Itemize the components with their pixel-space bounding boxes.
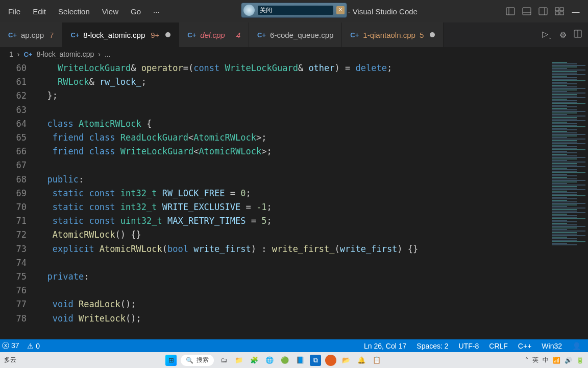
line-number: 65: [0, 131, 27, 145]
code-line[interactable]: static const uint32_t MAX_RETRY_TIMES = …: [37, 214, 550, 228]
cursor-position[interactable]: Ln 26, Col 17: [364, 342, 406, 350]
code-line[interactable]: explicit AtomicRWLock(bool write_first) …: [37, 242, 550, 256]
search-input[interactable]: 🔍 搜索: [181, 355, 214, 366]
code-line[interactable]: RWLock& rw_lock_;: [37, 75, 550, 89]
speech-widget[interactable]: 关闭 ×: [241, 3, 347, 18]
tab-lock-atomic[interactable]: C+ 8-lock_atomic.cpp 9+: [62, 22, 179, 47]
vscode-icon[interactable]: ⧉: [310, 355, 321, 366]
run-icon[interactable]: ▷⌄: [542, 29, 552, 40]
line-number: 68: [0, 173, 27, 187]
task-view-icon[interactable]: 🗂: [218, 355, 229, 366]
svg-rect-0: [506, 8, 514, 15]
language-mode[interactable]: C++: [518, 342, 531, 350]
code-line[interactable]: static const int32_t RW_LOCK_FREE = 0;: [37, 187, 550, 200]
notif-icon[interactable]: 🔔: [356, 355, 367, 366]
menu-view[interactable]: View: [96, 7, 125, 16]
code-line[interactable]: friend class WriteLockGuard<AtomicRWLock…: [37, 145, 550, 158]
minimap[interactable]: [550, 61, 588, 340]
platform[interactable]: Win32: [542, 342, 562, 350]
edge-icon[interactable]: 🌐: [264, 355, 275, 366]
weather-widget[interactable]: 多云: [4, 356, 22, 364]
line-number: 72: [0, 228, 27, 242]
code-line[interactable]: [37, 284, 550, 297]
menu-selection[interactable]: Selection: [52, 7, 96, 16]
tabbar-actions: ▷⌄ ⚙: [536, 22, 588, 47]
code-line[interactable]: public:: [37, 173, 550, 187]
word-icon[interactable]: 📘: [295, 355, 306, 366]
minimize-icon[interactable]: —: [571, 6, 581, 16]
menu-file[interactable]: File: [2, 7, 27, 16]
line-number: 62: [0, 89, 27, 103]
menu-overflow[interactable]: ···: [147, 7, 166, 16]
app3-icon[interactable]: 📋: [371, 355, 382, 366]
code-line[interactable]: };: [37, 89, 550, 103]
feedback-icon[interactable]: 👤: [572, 342, 581, 350]
indent-setting[interactable]: Spaces: 2: [416, 342, 448, 350]
code-line[interactable]: void ReadLock();: [37, 297, 550, 311]
explorer2-icon[interactable]: 📂: [340, 355, 352, 366]
chrome-icon[interactable]: 🟢: [279, 355, 290, 366]
code-line[interactable]: void WriteLock();: [37, 312, 550, 326]
tab-badge: 5: [420, 31, 424, 39]
cpp-icon: C+: [187, 31, 196, 39]
line-number: 71: [0, 214, 27, 228]
code-line[interactable]: private:: [37, 270, 550, 284]
warnings-icon[interactable]: ⚠ 0: [27, 342, 40, 350]
encoding[interactable]: UTF-8: [459, 342, 479, 350]
svg-rect-4: [539, 8, 547, 15]
explorer-icon[interactable]: 📁: [233, 355, 244, 366]
chevron-right-icon: ›: [17, 50, 20, 58]
wifi-icon[interactable]: 📶: [553, 357, 560, 364]
code-line[interactable]: friend class ReadLockGuard<AtomicRWLock>…: [37, 131, 550, 145]
tabbar: C+ ap.cpp 7 C+ 8-lock_atomic.cpp 9+ C+ d…: [0, 22, 588, 47]
svg-rect-7: [560, 8, 564, 11]
code-line[interactable]: AtomicRWLock() {}: [37, 228, 550, 242]
layout-left-icon[interactable]: [505, 6, 516, 16]
app-icon[interactable]: 🧩: [249, 355, 260, 366]
code-area[interactable]: WriteLockGuard& operator=(const WriteLoc…: [37, 61, 550, 340]
ime-lang[interactable]: 英: [532, 356, 538, 364]
menu-edit[interactable]: Edit: [27, 7, 52, 16]
layout-controls: —: [505, 6, 586, 16]
line-number: 77: [0, 297, 27, 311]
code-line[interactable]: [37, 103, 550, 117]
mic-icon[interactable]: [243, 5, 255, 16]
tab-qiantao[interactable]: C+ 1-qiantaoln.cpp 5: [342, 22, 444, 47]
svg-rect-2: [523, 8, 531, 15]
start-icon[interactable]: ⊞: [165, 355, 177, 366]
code-line[interactable]: [37, 256, 550, 270]
cpp-icon: C+: [257, 31, 266, 39]
tray-chevron-icon[interactable]: ˄: [525, 357, 528, 364]
tab-ap[interactable]: C+ ap.cpp 7: [0, 22, 62, 47]
tab-label: 1-qiantaoln.cpp: [363, 31, 415, 39]
volume-icon[interactable]: 🔊: [565, 357, 572, 364]
close-icon[interactable]: ×: [336, 6, 345, 14]
cpp-icon: C+: [350, 31, 359, 39]
line-number: 78: [0, 312, 27, 326]
tab-del[interactable]: C+ del.cpp 4: [179, 22, 249, 47]
code-line[interactable]: [37, 158, 550, 172]
search-icon: 🔍: [186, 357, 193, 364]
code-line[interactable]: WriteLockGuard& operator=(const WriteLoc…: [37, 61, 550, 75]
svg-rect-9: [560, 12, 564, 15]
tab-code-queue[interactable]: C+ 6-code_queue.cpp: [249, 22, 342, 47]
line-number: 76: [0, 284, 27, 297]
split-right-icon[interactable]: [574, 30, 582, 40]
menu-go[interactable]: Go: [125, 7, 147, 16]
code-line[interactable]: static const int32_t WRITE_EXCLUSIVE = -…: [37, 200, 550, 214]
ime-mode[interactable]: 中: [543, 356, 549, 364]
layout-grid-icon[interactable]: [554, 6, 565, 16]
errors-icon[interactable]: ⓧ 37: [2, 341, 19, 351]
code-line[interactable]: class AtomicRWLock {: [37, 117, 550, 131]
breadcrumb[interactable]: 1 › C+ 8-lock_atomic.cpp › ...: [0, 47, 588, 61]
layout-right-icon[interactable]: [538, 6, 548, 16]
eol[interactable]: CRLF: [489, 342, 508, 350]
line-number: 67: [0, 158, 27, 172]
app-round-icon[interactable]: [325, 355, 336, 366]
battery-icon[interactable]: 🔋: [576, 357, 584, 364]
line-number: 74: [0, 256, 27, 270]
line-number: 69: [0, 187, 27, 200]
layout-bottom-icon[interactable]: [522, 6, 532, 16]
settings-icon[interactable]: ⚙: [559, 30, 567, 40]
line-number: 64: [0, 117, 27, 131]
